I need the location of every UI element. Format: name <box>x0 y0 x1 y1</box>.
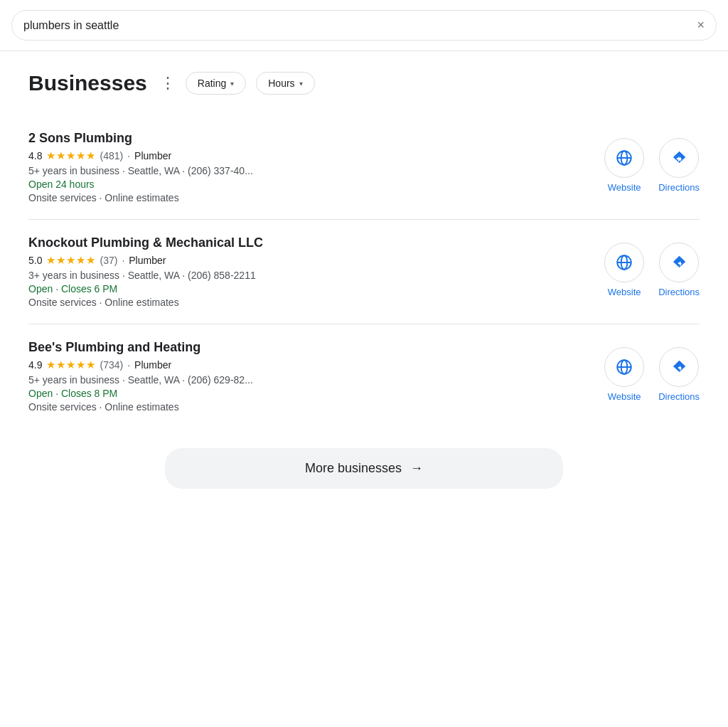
details-row: 5+ years in business · Seattle, WA · (20… <box>28 374 543 386</box>
more-businesses-button[interactable]: More businesses → <box>165 448 563 489</box>
star-3: ★ <box>66 359 75 371</box>
more-options-icon[interactable]: ⋮ <box>160 74 176 92</box>
section-header: Businesses ⋮ Rating ▾ Hours ▾ <box>28 71 700 95</box>
rating-row: 4.8 ★ ★ ★ ★ ★ (481) · Plumber <box>28 149 543 162</box>
website-icon-circle <box>604 138 644 178</box>
star-2: ★ <box>56 254 65 267</box>
business-info: Knockout Plumbing & Mechanical LLC 5.0 ★… <box>28 235 557 308</box>
website-button[interactable]: Website <box>604 138 644 193</box>
website-icon-circle <box>604 243 644 282</box>
business-name[interactable]: 2 Sons Plumbing <box>28 131 543 146</box>
stars: ★ ★ ★ ★ ★ <box>46 149 95 162</box>
search-bar-container: plumbers in seattle × <box>0 0 728 51</box>
action-buttons: Website Directions <box>557 235 700 297</box>
business-name[interactable]: Bee's Plumbing and Heating <box>28 340 543 355</box>
star-4: ★ <box>76 359 85 371</box>
details-row: 3+ years in business · Seattle, WA · (20… <box>28 270 543 281</box>
star-3: ★ <box>66 254 75 267</box>
business-item: Knockout Plumbing & Mechanical LLC 5.0 ★… <box>28 220 700 324</box>
business-info: 2 Sons Plumbing 4.8 ★ ★ ★ ★ ★ (481) · Pl… <box>28 131 557 203</box>
rating-chevron-icon: ▾ <box>230 80 234 87</box>
section-title: Businesses <box>28 71 147 95</box>
dot-separator: · <box>127 359 130 371</box>
review-count: (37) <box>100 255 117 266</box>
hours-filter-button[interactable]: Hours ▾ <box>256 72 314 95</box>
star-5: ★ <box>86 359 95 371</box>
directions-icon <box>670 149 688 167</box>
star-3: ★ <box>66 149 75 162</box>
star-1: ★ <box>46 254 55 267</box>
search-bar: plumbers in seattle × <box>11 10 717 41</box>
stars: ★ ★ ★ ★ ★ <box>46 359 95 371</box>
website-label: Website <box>608 391 641 402</box>
details-row: 5+ years in business · Seattle, WA · (20… <box>28 165 543 176</box>
star-4: ★ <box>76 254 85 267</box>
star-4: ★ <box>76 149 85 162</box>
globe-icon <box>615 149 633 167</box>
business-item: 2 Sons Plumbing 4.8 ★ ★ ★ ★ ★ (481) · Pl… <box>28 115 700 220</box>
search-input[interactable]: plumbers in seattle <box>23 19 691 32</box>
star-5: ★ <box>86 149 95 162</box>
business-type: Plumber <box>129 255 166 266</box>
rating-row: 5.0 ★ ★ ★ ★ ★ (37) · Plumber <box>28 254 543 267</box>
review-count: (734) <box>100 359 123 371</box>
more-businesses-container: More businesses → <box>28 448 700 503</box>
services-row: Onsite services · Online estimates <box>28 192 543 203</box>
stars: ★ ★ ★ ★ ★ <box>46 254 95 267</box>
website-label: Website <box>608 182 641 193</box>
business-type: Plumber <box>134 359 171 371</box>
open-status: Open · Closes 6 PM <box>28 283 543 294</box>
website-button[interactable]: Website <box>604 347 644 402</box>
more-businesses-arrow: → <box>410 461 423 476</box>
directions-button[interactable]: Directions <box>658 347 700 402</box>
clear-icon[interactable]: × <box>697 18 705 33</box>
directions-icon <box>670 358 688 376</box>
directions-icon <box>670 253 688 272</box>
star-1: ★ <box>46 149 55 162</box>
directions-icon-circle <box>659 347 699 387</box>
star-1: ★ <box>46 359 55 371</box>
action-buttons: Website Directions <box>557 131 700 193</box>
main-content: Businesses ⋮ Rating ▾ Hours ▾ 2 Sons Plu… <box>0 51 728 517</box>
directions-button[interactable]: Directions <box>658 243 700 297</box>
business-info: Bee's Plumbing and Heating 4.9 ★ ★ ★ ★ ★… <box>28 340 557 413</box>
business-type: Plumber <box>134 150 171 161</box>
website-icon-circle <box>604 347 644 387</box>
open-status: Open 24 hours <box>28 179 543 190</box>
directions-label: Directions <box>658 391 700 402</box>
directions-icon-circle <box>659 243 699 282</box>
website-button[interactable]: Website <box>604 243 644 297</box>
business-name[interactable]: Knockout Plumbing & Mechanical LLC <box>28 235 543 250</box>
services-row: Onsite services · Online estimates <box>28 401 543 413</box>
globe-icon <box>615 253 633 272</box>
dot-separator: · <box>127 150 130 161</box>
hours-chevron-icon: ▾ <box>299 80 303 87</box>
business-list: 2 Sons Plumbing 4.8 ★ ★ ★ ★ ★ (481) · Pl… <box>28 115 700 428</box>
open-status: Open · Closes 8 PM <box>28 388 543 399</box>
star-2: ★ <box>56 359 65 371</box>
business-item: Bee's Plumbing and Heating 4.9 ★ ★ ★ ★ ★… <box>28 324 700 428</box>
dot-separator: · <box>122 255 124 266</box>
rating-number: 4.9 <box>28 359 42 371</box>
website-label: Website <box>608 287 641 297</box>
star-2: ★ <box>56 149 65 162</box>
directions-label: Directions <box>658 287 700 297</box>
star-5: ★ <box>86 254 95 267</box>
hours-filter-label: Hours <box>268 78 294 89</box>
directions-button[interactable]: Directions <box>658 138 700 193</box>
rating-number: 4.8 <box>28 150 42 161</box>
action-buttons: Website Directions <box>557 340 700 402</box>
rating-number: 5.0 <box>28 255 42 266</box>
services-row: Onsite services · Online estimates <box>28 297 543 308</box>
review-count: (481) <box>100 150 123 161</box>
directions-label: Directions <box>658 182 700 193</box>
rating-filter-label: Rating <box>198 78 226 89</box>
directions-icon-circle <box>659 138 699 178</box>
rating-row: 4.9 ★ ★ ★ ★ ★ (734) · Plumber <box>28 359 543 371</box>
globe-icon <box>615 358 633 376</box>
rating-filter-button[interactable]: Rating ▾ <box>186 72 246 95</box>
more-businesses-label: More businesses <box>305 461 402 476</box>
